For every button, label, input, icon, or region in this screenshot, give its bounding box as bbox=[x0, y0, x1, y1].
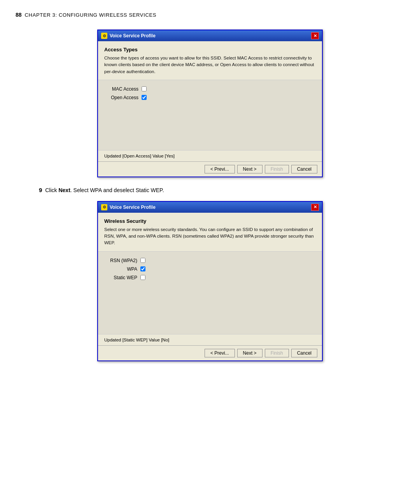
dialog1-title-text: Voice Service Profile bbox=[110, 33, 156, 38]
wpa-row: WPA bbox=[107, 266, 313, 272]
dialog1-close-button[interactable]: ✕ bbox=[311, 32, 319, 39]
static-wep-label: Static WEP bbox=[107, 275, 140, 280]
dialog1-section-title: Access Types bbox=[98, 41, 322, 55]
dialog2-next-button[interactable]: Next > bbox=[237, 349, 262, 357]
page-header: 88 CHAPTER 3: CONFIGURING WIRELESS SERVI… bbox=[16, 12, 404, 18]
dialog2-options-area: RSN (WPA2) WPA Static WEP bbox=[98, 251, 322, 334]
dialog1-description: Choose the types of access you want to a… bbox=[98, 55, 322, 80]
dialog2-title-left: ⚙ Voice Service Profile bbox=[101, 204, 156, 210]
mac-access-label: MAC Access bbox=[107, 86, 138, 92]
dialog2: ⚙ Voice Service Profile ✕ Wireless Secur… bbox=[97, 201, 323, 361]
step9-text-before: Click bbox=[45, 187, 58, 193]
page-number: 88 bbox=[16, 12, 22, 18]
wpa-label: WPA bbox=[107, 266, 140, 272]
dialog2-icon: ⚙ bbox=[101, 204, 107, 210]
dialog2-body: Wireless Security Select one or more wir… bbox=[98, 213, 322, 345]
dialog1-titlebar: ⚙ Voice Service Profile ✕ bbox=[98, 30, 322, 41]
rsn-wpa2-checkbox[interactable] bbox=[140, 258, 145, 263]
dialog1-icon: ⚙ bbox=[101, 33, 107, 39]
static-wep-checkbox[interactable] bbox=[140, 275, 145, 280]
dialog2-section-title: Wireless Security bbox=[98, 213, 322, 226]
open-access-checkbox[interactable] bbox=[142, 95, 147, 100]
step9-text-after: . Select WPA and deselect Static WEP. bbox=[70, 187, 164, 193]
static-wep-row: Static WEP bbox=[107, 275, 313, 280]
dialog2-status: Updated [Static WEP] Value [No] bbox=[98, 334, 322, 345]
wpa-checkbox[interactable] bbox=[140, 266, 145, 271]
open-access-row: Open Access bbox=[107, 95, 313, 100]
mac-access-row: MAC Access bbox=[107, 86, 313, 92]
dialog2-title-text: Voice Service Profile bbox=[110, 205, 156, 210]
step9-instruction: 9 Click Next. Select WPA and deselect St… bbox=[39, 187, 404, 193]
dialog1-next-button[interactable]: Next > bbox=[237, 165, 262, 173]
open-access-label: Open Access bbox=[107, 95, 138, 100]
dialog2-container: ⚙ Voice Service Profile ✕ Wireless Secur… bbox=[16, 201, 404, 361]
dialog1-footer: < Previ... Next > Finish Cancel bbox=[98, 161, 322, 177]
dialog1-container: ⚙ Voice Service Profile ✕ Access Types C… bbox=[16, 30, 404, 177]
rsn-wpa2-row: RSN (WPA2) bbox=[107, 258, 313, 263]
dialog2-prev-button[interactable]: < Previ... bbox=[205, 349, 235, 357]
dialog1-status: Updated [Open Access] Value [Yes] bbox=[98, 150, 322, 161]
dialog1: ⚙ Voice Service Profile ✕ Access Types C… bbox=[97, 30, 323, 177]
step9-number: 9 bbox=[39, 187, 42, 193]
dialog2-titlebar: ⚙ Voice Service Profile ✕ bbox=[98, 202, 322, 213]
dialog1-options-area: MAC Access Open Access bbox=[98, 80, 322, 150]
dialog2-footer: < Previ... Next > Finish Cancel bbox=[98, 345, 322, 360]
dialog2-close-button[interactable]: ✕ bbox=[311, 204, 319, 211]
dialog1-body: Access Types Choose the types of access … bbox=[98, 41, 322, 161]
chapter-title: CHAPTER 3: CONFIGURING WIRELESS SERVICES bbox=[25, 12, 157, 18]
dialog1-title-left: ⚙ Voice Service Profile bbox=[101, 33, 156, 39]
dialog2-cancel-button[interactable]: Cancel bbox=[291, 349, 317, 357]
dialog2-description: Select one or more wireless security sta… bbox=[98, 226, 322, 251]
dialog1-cancel-button[interactable]: Cancel bbox=[291, 165, 317, 173]
mac-access-checkbox[interactable] bbox=[142, 86, 147, 91]
dialog1-finish-button[interactable]: Finish bbox=[265, 165, 289, 173]
dialog1-prev-button[interactable]: < Previ... bbox=[205, 165, 235, 173]
step9-bold: Next bbox=[58, 187, 70, 193]
dialog2-finish-button[interactable]: Finish bbox=[265, 349, 289, 357]
rsn-wpa2-label: RSN (WPA2) bbox=[107, 258, 140, 263]
